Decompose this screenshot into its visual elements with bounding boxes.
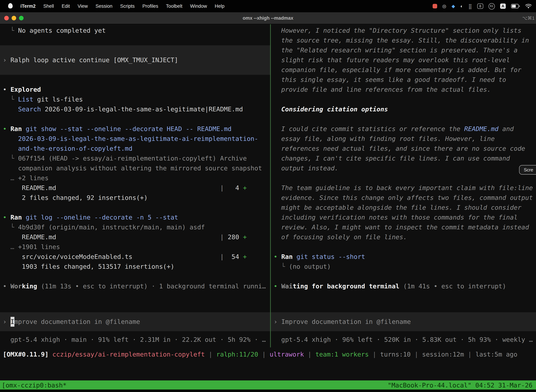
text-segment: of focusing solely on file lines. [274, 233, 407, 241]
terminal-pane-right[interactable]: However, I noticed the "Directory Struct… [271, 24, 536, 347]
text-segment: +1901 lines [18, 243, 60, 250]
text-segment: … [3, 243, 18, 250]
text-segment: git log --oneline --decorate -n 5 --stat [26, 214, 178, 221]
text-segment: provide file and line references from th… [274, 86, 491, 93]
text-segment [274, 105, 281, 113]
omx-team: team:1 workers [315, 350, 368, 358]
text-segment: | [205, 350, 216, 358]
close-button[interactable] [4, 16, 9, 20]
text-segment: ting for background terminal [293, 282, 399, 290]
text-segment [132, 253, 220, 260]
grid-icon[interactable]: ⣿ [468, 4, 472, 9]
blank-line [271, 114, 536, 124]
menu-item-apple[interactable] [4, 3, 17, 9]
text-segment: Wor [10, 282, 22, 290]
text-segment: the source tree, missing the essay. Stil… [274, 37, 529, 44]
menu-item-window[interactable]: Window [186, 4, 211, 9]
text-segment: git show --stat --oneline --decorate HEA… [26, 125, 231, 132]
agents-status-line: └ No agents completed yet [0, 26, 270, 36]
text-segment: this single essay, it seems like a good … [274, 76, 506, 83]
prompt-placeholder: mprove documentation in @filename [14, 317, 140, 327]
text-segment: king [22, 282, 37, 290]
reasoning-line: essay file, along with finding root file… [271, 134, 536, 144]
command-arg-line: 2026-03-09-is-legal-the-same-as-legitima… [0, 134, 270, 144]
text-segment [293, 253, 297, 260]
text-segment: gpt-5.4 xhigh · 96% left · 520K in · 5.8… [274, 336, 533, 343]
blank-line [271, 242, 536, 252]
percentage-badge[interactable]: 61 [488, 3, 495, 9]
bullet: • [3, 282, 10, 290]
text-segment: 4b9d30f (origin/main, instructkr/main, m… [18, 223, 205, 231]
text-segment: (no output) [289, 263, 331, 270]
text-segment: 2026-03-09-is-legal-the-same-as-legitima… [41, 105, 243, 113]
menu-bar: iTerm2ShellEditViewSessionScriptsProfile… [0, 0, 536, 12]
spray-icon[interactable]: ◆ [452, 4, 455, 9]
ran-command-line: • Ran git log --oneline --decorate -n 5 … [0, 213, 270, 222]
text-segment: | [304, 350, 315, 358]
menu-item-help[interactable]: Help [211, 4, 228, 9]
bullet: • [274, 253, 281, 260]
text-cursor: I [10, 317, 14, 327]
text-segment: └ [3, 223, 18, 231]
ran-command-line: • Ran git show --stat --oneline --decora… [0, 124, 270, 134]
text-segment: +2 lines [18, 174, 48, 182]
prompt-input[interactable]: › Improve documentation in @filename [271, 312, 536, 331]
explored-header: • Explored [0, 85, 270, 94]
battery-icon[interactable] [511, 4, 520, 9]
reasoning-line: However, I noticed the "Directory Struct… [271, 26, 536, 36]
reasoning-line: might be acceptable alongside the file l… [271, 203, 536, 213]
input-source-icon[interactable]: A [500, 4, 506, 9]
minimize-button[interactable] [12, 16, 16, 20]
prompt-input[interactable]: › Improve documentation in @filename [0, 312, 270, 331]
text-segment: src/voice/voiceModeEnabled.ts [3, 253, 132, 260]
menu-item-toolbelt[interactable]: Toolbelt [162, 4, 186, 9]
command-output-line: └ (no output) [271, 262, 536, 271]
text-segment: 2026-03-09-is-legal-the-same-as-legitima… [18, 135, 258, 142]
text-segment: └ [274, 263, 289, 270]
reasoning-line: output instead. [271, 163, 536, 173]
wifi-icon[interactable] [525, 4, 532, 9]
screen-recording-indicator[interactable] [432, 4, 437, 9]
text-segment: git status --short [297, 253, 365, 260]
text-segment: However, I noticed the "Directory Struct… [274, 27, 522, 34]
text-segment: might be acceptable alongside the file l… [274, 204, 522, 211]
menu-item-profiles[interactable]: Profiles [139, 4, 162, 9]
pane-right-bottom: › Improve documentation in @filename gpt… [271, 312, 536, 345]
text-segment: └ [3, 154, 18, 162]
reasoning-line: provide file and line references from th… [271, 85, 536, 94]
diffstat-line: README.md | 280 + [0, 232, 270, 242]
key-8-icon[interactable]: 8 [477, 4, 483, 9]
text-segment: Ralph loop active continue [OMX_TMUX_INJ… [10, 55, 178, 65]
menu-item-edit[interactable]: Edit [58, 4, 74, 9]
menu-item-shell[interactable]: Shell [40, 4, 58, 9]
text-segment: companion analysis without altering the … [18, 164, 262, 172]
menu-item-iterm2[interactable]: iTerm2 [17, 4, 40, 9]
text-segment: slight risk that future readers may over… [274, 56, 510, 64]
reasoning-line: I could cite commit statistics or refere… [271, 124, 536, 134]
menu-item-view[interactable]: View [74, 4, 92, 9]
window-title-bar[interactable]: omx --xhigh --madmax ⌥⌘1 [0, 12, 536, 24]
reasoning-line: companion file, especially if more comme… [271, 65, 536, 75]
screen-share-tooltip[interactable]: Scre [519, 165, 536, 175]
reasoning-line: references need actual files, and since … [271, 144, 536, 154]
terminal-pane-left[interactable]: └ No agents completed yet› Ralph loop ac… [0, 24, 270, 347]
pane-right-content: However, I noticed the "Directory Struct… [271, 26, 536, 291]
contrast-icon[interactable]: ◐ [460, 4, 463, 9]
zoom-button[interactable] [19, 16, 24, 20]
text-segment: | [220, 184, 224, 191]
reasoning-line: review. Also, I might want to inspect th… [271, 222, 536, 232]
menu-item-session[interactable]: Session [92, 4, 116, 9]
bullet: • [3, 125, 10, 132]
menu-item-scripts[interactable]: Scripts [116, 4, 139, 9]
text-segment: Ran [281, 253, 293, 260]
text-segment: + [243, 233, 247, 241]
text-segment: changes, I can't cite specific file line… [274, 154, 510, 162]
text-segment: | [411, 350, 422, 358]
globe-icon[interactable]: ◎ [442, 4, 446, 9]
status-gap [0, 361, 536, 380]
text-segment: + [243, 184, 247, 191]
truncation-line: … +2 lines [0, 173, 270, 183]
text-segment: and [498, 125, 514, 132]
diffstat-line: README.md | 4 + [0, 183, 270, 193]
text-segment: README.md [3, 233, 56, 241]
